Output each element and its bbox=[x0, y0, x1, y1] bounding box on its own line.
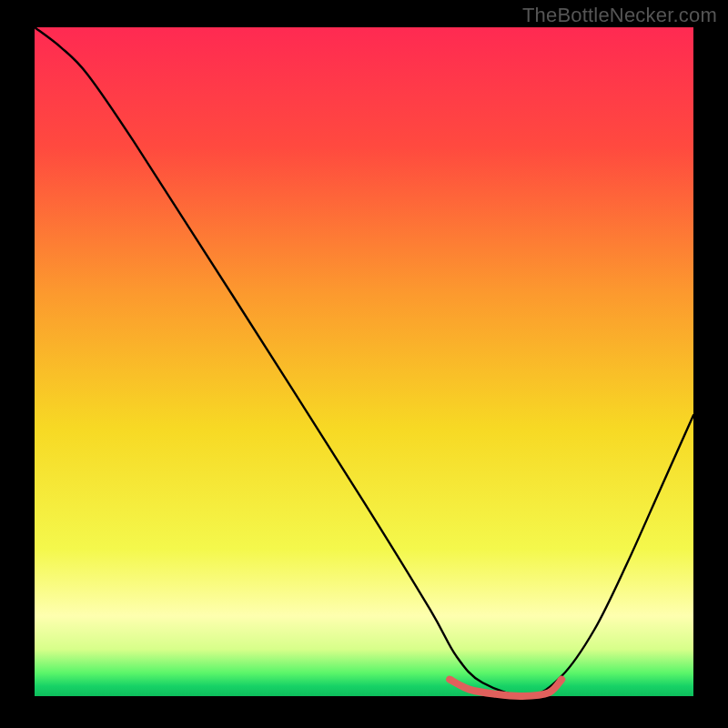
plot-background bbox=[35, 27, 693, 696]
watermark-label: TheBottleNecker.com bbox=[522, 4, 717, 27]
chart-canvas bbox=[0, 0, 728, 728]
bottleneck-chart: TheBottleNecker.com bbox=[0, 0, 728, 728]
